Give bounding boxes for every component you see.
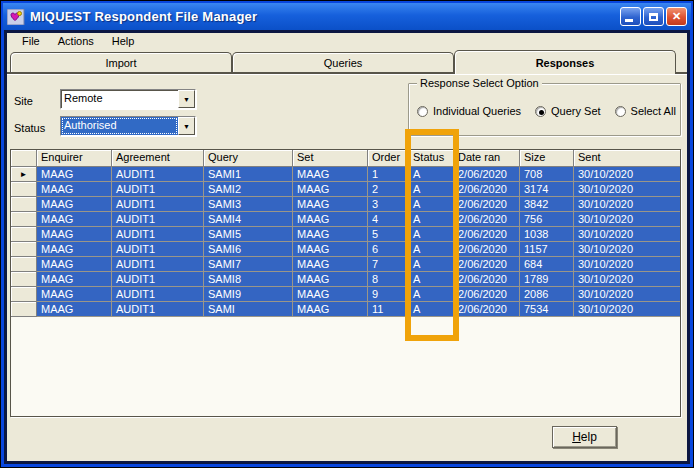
- cell-enquirer[interactable]: MAAG: [37, 242, 112, 257]
- cell-status[interactable]: A: [409, 167, 454, 182]
- cell-agreement[interactable]: AUDIT1: [112, 272, 204, 287]
- column-header-sent[interactable]: Sent: [574, 150, 681, 167]
- column-header-set[interactable]: Set: [293, 150, 368, 167]
- radio-individual-queries[interactable]: Individual Queries: [417, 105, 521, 117]
- row-selector-cell[interactable]: [11, 257, 37, 272]
- column-header-size[interactable]: Size: [520, 150, 574, 167]
- status-dropdown-arrow-icon[interactable]: ▼: [178, 117, 195, 135]
- table-row[interactable]: MAAGAUDIT1SAMI4MAAG4A2/06/202075630/10/2…: [11, 212, 680, 227]
- cell-query[interactable]: SAMI4: [204, 212, 293, 227]
- cell-enquirer[interactable]: MAAG: [37, 227, 112, 242]
- table-row[interactable]: MAAGAUDIT1SAMIMAAG11A2/06/2020753430/10/…: [11, 302, 680, 317]
- menu-item-actions[interactable]: Actions: [49, 34, 103, 49]
- row-selector-cell[interactable]: [11, 227, 37, 242]
- cell-size[interactable]: 1157: [520, 242, 574, 257]
- menu-item-file[interactable]: File: [13, 34, 49, 49]
- cell-set[interactable]: MAAG: [293, 212, 368, 227]
- cell-sent[interactable]: 30/10/2020: [574, 227, 681, 242]
- cell-order[interactable]: 8: [368, 272, 409, 287]
- cell-query[interactable]: SAMI1: [204, 167, 293, 182]
- cell-size[interactable]: 1789: [520, 272, 574, 287]
- cell-sent[interactable]: 30/10/2020: [574, 197, 681, 212]
- cell-date-ran[interactable]: 2/06/2020: [454, 227, 520, 242]
- cell-order[interactable]: 2: [368, 182, 409, 197]
- cell-status[interactable]: A: [409, 272, 454, 287]
- cell-enquirer[interactable]: MAAG: [37, 287, 112, 302]
- responses-table[interactable]: EnquirerAgreementQuerySetOrderStatusDate…: [10, 149, 681, 417]
- cell-agreement[interactable]: AUDIT1: [112, 212, 204, 227]
- tab-queries[interactable]: Queries: [232, 52, 454, 73]
- cell-size[interactable]: 1038: [520, 227, 574, 242]
- help-button[interactable]: Help: [552, 426, 617, 448]
- cell-size[interactable]: 3842: [520, 197, 574, 212]
- tab-responses[interactable]: Responses: [454, 50, 676, 74]
- radio-query-set[interactable]: Query Set: [535, 105, 601, 117]
- cell-date-ran[interactable]: 2/06/2020: [454, 302, 520, 317]
- row-selector-cell[interactable]: [11, 302, 37, 317]
- cell-date-ran[interactable]: 2/06/2020: [454, 197, 520, 212]
- cell-enquirer[interactable]: MAAG: [37, 302, 112, 317]
- cell-order[interactable]: 3: [368, 197, 409, 212]
- cell-size[interactable]: 2086: [520, 287, 574, 302]
- row-selector-cell[interactable]: [11, 197, 37, 212]
- cell-date-ran[interactable]: 2/06/2020: [454, 242, 520, 257]
- cell-query[interactable]: SAMI5: [204, 227, 293, 242]
- cell-set[interactable]: MAAG: [293, 197, 368, 212]
- cell-set[interactable]: MAAG: [293, 242, 368, 257]
- cell-status[interactable]: A: [409, 242, 454, 257]
- minimize-button-icon[interactable]: [620, 7, 641, 26]
- row-selector-cell[interactable]: [11, 287, 37, 302]
- column-header-status[interactable]: Status: [409, 150, 454, 167]
- menu-item-help[interactable]: Help: [103, 34, 144, 49]
- cell-size[interactable]: 7534: [520, 302, 574, 317]
- cell-query[interactable]: SAMI9: [204, 287, 293, 302]
- cell-order[interactable]: 9: [368, 287, 409, 302]
- table-row[interactable]: MAAGAUDIT1SAMI2MAAG2A2/06/2020317430/10/…: [11, 182, 680, 197]
- site-dropdown[interactable]: Remote ▼: [60, 89, 196, 109]
- cell-query[interactable]: SAMI7: [204, 257, 293, 272]
- radio-circle-icon[interactable]: [535, 106, 546, 117]
- row-selector-cell[interactable]: [11, 242, 37, 257]
- column-header-query[interactable]: Query: [204, 150, 293, 167]
- table-row[interactable]: MAAGAUDIT1SAMI6MAAG6A2/06/2020115730/10/…: [11, 242, 680, 257]
- cell-date-ran[interactable]: 2/06/2020: [454, 167, 520, 182]
- cell-agreement[interactable]: AUDIT1: [112, 167, 204, 182]
- cell-sent[interactable]: 30/10/2020: [574, 167, 681, 182]
- cell-size[interactable]: 708: [520, 167, 574, 182]
- cell-query[interactable]: SAMI: [204, 302, 293, 317]
- cell-agreement[interactable]: AUDIT1: [112, 242, 204, 257]
- radio-circle-icon[interactable]: [417, 106, 428, 117]
- column-header-date-ran[interactable]: Date ran: [454, 150, 520, 167]
- maximize-button-icon[interactable]: [643, 7, 664, 26]
- cell-size[interactable]: 684: [520, 257, 574, 272]
- table-row[interactable]: MAAGAUDIT1SAMI3MAAG3A2/06/2020384230/10/…: [11, 197, 680, 212]
- cell-sent[interactable]: 30/10/2020: [574, 287, 681, 302]
- cell-sent[interactable]: 30/10/2020: [574, 302, 681, 317]
- cell-status[interactable]: A: [409, 257, 454, 272]
- cell-set[interactable]: MAAG: [293, 167, 368, 182]
- cell-query[interactable]: SAMI8: [204, 272, 293, 287]
- cell-agreement[interactable]: AUDIT1: [112, 257, 204, 272]
- cell-query[interactable]: SAMI6: [204, 242, 293, 257]
- cell-sent[interactable]: 30/10/2020: [574, 182, 681, 197]
- cell-enquirer[interactable]: MAAG: [37, 182, 112, 197]
- cell-size[interactable]: 3174: [520, 182, 574, 197]
- column-header-order[interactable]: Order: [368, 150, 409, 167]
- radio-circle-icon[interactable]: [615, 106, 626, 117]
- cell-order[interactable]: 1: [368, 167, 409, 182]
- table-row[interactable]: MAAGAUDIT1SAMI5MAAG5A2/06/2020103830/10/…: [11, 227, 680, 242]
- cell-order[interactable]: 11: [368, 302, 409, 317]
- cell-agreement[interactable]: AUDIT1: [112, 227, 204, 242]
- status-dropdown[interactable]: Authorised ▼: [60, 116, 196, 136]
- cell-size[interactable]: 756: [520, 212, 574, 227]
- cell-set[interactable]: MAAG: [293, 272, 368, 287]
- cell-enquirer[interactable]: MAAG: [37, 197, 112, 212]
- cell-query[interactable]: SAMI3: [204, 197, 293, 212]
- cell-set[interactable]: MAAG: [293, 182, 368, 197]
- table-row[interactable]: MAAGAUDIT1SAMI8MAAG8A2/06/2020178930/10/…: [11, 272, 680, 287]
- row-selector-cell[interactable]: [11, 212, 37, 227]
- cell-enquirer[interactable]: MAAG: [37, 167, 112, 182]
- cell-agreement[interactable]: AUDIT1: [112, 182, 204, 197]
- cell-agreement[interactable]: AUDIT1: [112, 287, 204, 302]
- cell-date-ran[interactable]: 2/06/2020: [454, 287, 520, 302]
